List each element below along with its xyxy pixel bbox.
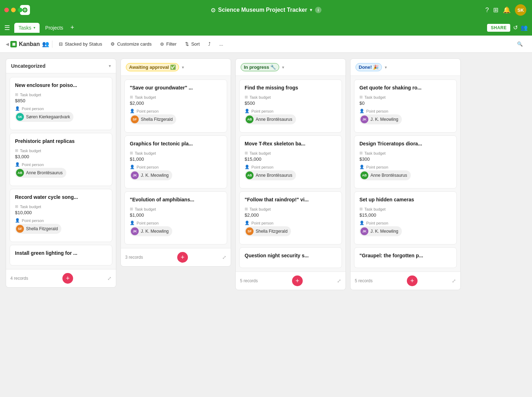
back-arrow-icon[interactable]: ◀ [6,42,9,47]
budget-field: ⊞ Task budget $3,000 [15,148,107,159]
person-chip[interactable]: JK J. K. Meowling [130,226,172,236]
column-dropdown-uncategorized[interactable]: ▾ [109,63,111,68]
add-card-button[interactable]: + [62,273,73,284]
title-center: ⊙ Science Museum Project Tracker ▾ i [211,7,322,14]
person-label: 👤 Point person [130,165,222,169]
column-header-in-progress: In progress 🔧▾ [236,59,346,76]
kanban-icon: ▦ [10,41,17,47]
table-row[interactable]: Record water cycle song... ⊞ Task budget… [10,189,112,242]
grid-icon[interactable]: ⊞ [493,6,498,14]
stacked-by-status[interactable]: ⊟ Stacked by Status [55,39,106,49]
budget-icon: ⊞ [359,95,363,99]
export-button[interactable]: ⤴ [205,39,214,49]
add-card-button[interactable]: + [292,275,303,286]
table-row[interactable]: Graphics for tectonic pla... ⊞ Task budg… [124,135,227,189]
budget-field: ⊞ Task budget $15,000 [245,151,337,162]
column-dropdown-in-progress[interactable]: ▾ [282,65,284,70]
add-card-button[interactable]: + [177,252,188,263]
hamburger-icon[interactable]: ☰ [4,24,10,32]
person-chip[interactable]: SK Søren Kierkegaardvark [15,112,73,122]
sort-icon: ⇅ [185,41,189,47]
person-chip[interactable]: AB Anne Brontësaurus [245,114,296,124]
person-chip[interactable]: JK J. K. Meowling [359,226,402,236]
filter-button[interactable]: ⊜ Filter [157,39,180,49]
person-chip[interactable]: SF Shella Fitzgerald [130,114,176,124]
avatar[interactable]: SK [515,4,526,16]
table-row[interactable]: New enclosure for poiso... ⊞ Task budget… [10,77,112,130]
person-chip[interactable]: SF Shella Fitzgerald [245,226,291,236]
person-name: Anne Brontësaurus [26,170,63,175]
table-row[interactable]: "Save our groundwater" ... ⊞ Task budget… [124,79,227,133]
more-options-button[interactable]: ... [216,39,227,49]
person-chip[interactable]: AB Anne Brontësaurus [245,170,296,180]
person-label: 👤 Point person [245,221,337,225]
cards-area-done: Get quote for shaking ro... ⊞ Task budge… [351,76,460,272]
tasks-dropdown-arrow[interactable]: ▾ [34,26,35,30]
nav-right: SHARE ↺ 👥 [487,24,528,32]
table-row[interactable]: Find the missing frogs ⊞ Task budget $50… [239,79,342,133]
budget-field: ⊞ Task budget $2,000 [245,207,337,218]
customize-cards-button[interactable]: ⚙ Customize cards [107,39,155,49]
person-chip[interactable]: JK J. K. Meowling [359,114,402,124]
table-row[interactable]: "Evolution of amphibians... ⊞ Task budge… [124,191,227,244]
person-field: 👤 Point person JK J. K. Meowling [130,165,222,180]
tab-tasks[interactable]: Tasks ▾ [14,23,40,33]
card-title: Get quote for shaking ro... [359,85,451,91]
column-dropdown-awaiting-approval[interactable]: ▾ [182,65,184,70]
table-row[interactable]: Design Triceratops diora... ⊞ Task budge… [354,135,457,189]
column-dropdown-done[interactable]: ▾ [385,65,387,70]
refresh-icon[interactable]: ↺ [513,24,518,31]
search-button[interactable]: 🔍 [513,39,526,49]
avatar: JK [360,115,368,123]
table-row[interactable]: "Follow that raindrop!" vi... ⊞ Task bud… [239,191,342,244]
budget-field: ⊞ Task budget $300 [359,151,451,162]
page-title: Science Museum Project Tracker [218,7,307,13]
title-bar: ⊙ Science Museum Project Tracker ▾ i ? ⊞… [0,0,532,20]
expand-icon[interactable]: ⤢ [337,278,341,284]
close-button[interactable] [4,8,9,12]
budget-label: ⊞ Task budget [15,148,107,153]
status-badge-done[interactable]: Done! 🎉 [355,63,382,71]
add-card-button[interactable]: + [407,275,418,286]
table-row[interactable]: Question night security s... [239,247,342,268]
person-chip[interactable]: SF Shella Fitzgerald [15,224,61,234]
table-row[interactable]: Install green lighting for ... [10,245,112,265]
filter-icon: ⊜ [160,41,164,47]
expand-icon[interactable]: ⤢ [222,254,226,260]
status-badge-awaiting-approval[interactable]: Awaiting approval ✅ [126,63,179,71]
people-icon[interactable]: 👥 [521,24,528,31]
person-field: 👤 Point person JK J. K. Meowling [359,221,451,236]
budget-icon: ⊞ [130,207,133,211]
column-done: Done! 🎉▾Get quote for shaking ro... ⊞ Ta… [350,58,461,290]
budget-label: ⊞ Task budget [130,95,222,99]
person-name: Anne Brontësaurus [256,173,292,178]
view-selector[interactable]: ▦ Kanban 👥 [10,41,49,47]
table-row[interactable]: Move T-Rex skeleton ba... ⊞ Task budget … [239,135,342,189]
expand-icon[interactable]: ⤢ [452,278,456,284]
table-row[interactable]: Set up hidden cameras ⊞ Task budget $15,… [354,191,457,244]
person-chip[interactable]: JK J. K. Meowling [130,170,172,180]
share-button[interactable]: SHARE [487,24,510,32]
minimize-button[interactable] [11,8,16,12]
expand-icon[interactable]: ⤢ [107,275,112,281]
status-badge-in-progress[interactable]: In progress 🔧 [241,63,279,71]
person-chip[interactable]: AB Anne Brontësaurus [359,170,411,180]
info-icon[interactable]: i [315,7,321,13]
maximize-button[interactable] [18,8,22,12]
toolbar: ◀ ▦ Kanban 👥 ⊟ Stacked by Status ⚙ Custo… [0,36,532,53]
bell-icon[interactable]: 🔔 [503,6,511,14]
help-icon[interactable]: ? [485,6,489,14]
budget-value: $850 [15,98,107,103]
sort-button[interactable]: ⇅ Sort [181,39,203,49]
table-row[interactable]: "Graupel: the forgotten p... [354,247,457,268]
card-title: "Save our groundwater" ... [130,85,222,91]
title-dropdown-arrow[interactable]: ▾ [310,7,312,12]
budget-field: ⊞ Task budget $1,000 [130,207,222,218]
card-title: "Evolution of amphibians... [130,197,222,202]
person-chip[interactable]: AB Anne Brontësaurus [15,168,66,178]
add-tab-button[interactable]: + [70,24,74,31]
tab-projects[interactable]: Projects [41,23,68,33]
table-row[interactable]: Prehistoric plant replicas ⊞ Task budget… [10,133,112,186]
table-row[interactable]: Get quote for shaking ro... ⊞ Task budge… [354,79,457,133]
budget-field: ⊞ Task budget $850 [15,92,107,103]
